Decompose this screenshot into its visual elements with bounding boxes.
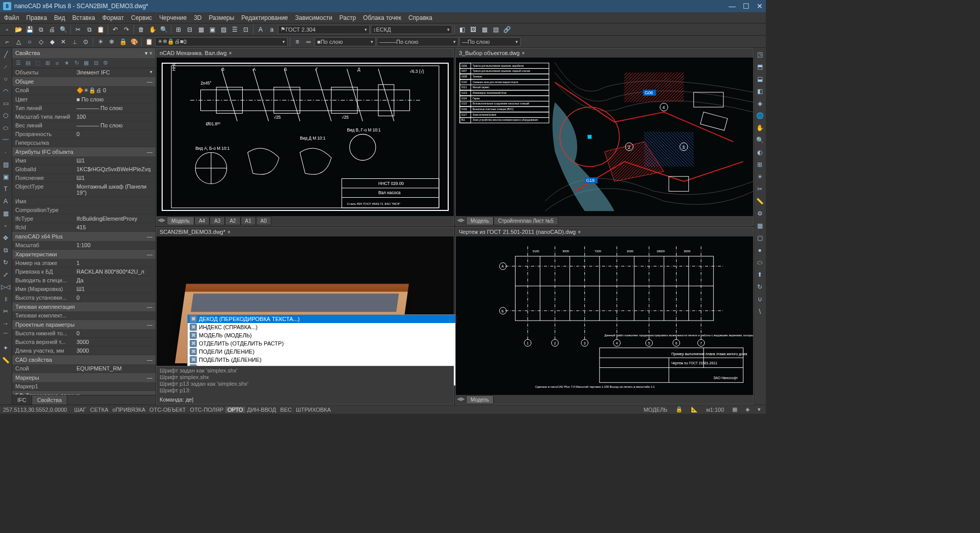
props-fav-icon[interactable]: ★ xyxy=(63,59,71,67)
erase-icon[interactable]: 🗑 xyxy=(136,24,146,35)
copy-icon[interactable]: ⧉ xyxy=(84,24,94,35)
copy2-icon[interactable]: ⧉ xyxy=(0,245,11,256)
menu-Растр[interactable]: Растр xyxy=(340,14,356,21)
viewport-tl-close-icon[interactable]: × xyxy=(229,50,232,56)
subtract-icon[interactable]: ∖ xyxy=(754,306,765,317)
color-combo[interactable]: ■ По слою▾ xyxy=(315,37,376,46)
props-row[interactable]: Типовая комплект... xyxy=(12,311,156,320)
autocomplete-item[interactable]: ⌘ДЕКОД (ПЕРЕКОДИРОВКА ТЕКСТА...) xyxy=(188,315,493,323)
offset-icon[interactable]: ⫴ xyxy=(0,294,11,305)
props-row[interactable]: ПояснениеШ1 xyxy=(12,174,156,182)
dim-icon[interactable]: ⊟ xyxy=(185,24,195,35)
trim-icon[interactable]: ✂ xyxy=(0,306,11,317)
paste-icon[interactable]: 📋 xyxy=(95,24,106,35)
snap-per-icon[interactable]: ⟂ xyxy=(69,37,80,47)
props-group-header[interactable]: БД: Технические данные— xyxy=(12,391,156,395)
wireframe-icon[interactable]: ⊞ xyxy=(754,159,765,170)
props-filter-icon[interactable]: ☰ xyxy=(14,59,22,67)
props-row[interactable]: Гиперссылка xyxy=(12,139,156,147)
view-top-icon[interactable]: ⬒ xyxy=(754,61,765,72)
text-icon[interactable]: A xyxy=(255,24,266,35)
props-tbl-icon[interactable]: ▦ xyxy=(82,59,90,67)
fillet-icon[interactable]: ⌒ xyxy=(0,330,11,341)
props-row[interactable]: Тип линий———— По слою xyxy=(12,104,156,113)
status-toggle-оПРИВЯЗКА[interactable]: оПРИВЯЗКА xyxy=(111,407,148,413)
dimstyle-combo[interactable]: ↕ ЕСКД▾ xyxy=(371,25,452,34)
view-iso-icon[interactable]: ◈ xyxy=(754,98,765,109)
measure-icon[interactable]: 📏 xyxy=(754,196,765,207)
linetype-combo[interactable]: ——— По слою▾ xyxy=(377,37,458,46)
layout-tab[interactable]: A1 xyxy=(241,217,256,225)
maximize-button[interactable]: ☐ xyxy=(743,2,750,10)
image-icon[interactable]: 🖼 xyxy=(468,24,478,35)
layer-combo[interactable]: ☀❄🔒🖨■ 0▾ xyxy=(155,37,288,46)
dist-icon[interactable]: 📏 xyxy=(0,355,11,366)
snap-mid-icon[interactable]: △ xyxy=(13,37,23,47)
props-row[interactable]: IfcId415 xyxy=(12,223,156,232)
field-icon[interactable]: ▤ xyxy=(491,24,501,35)
point-icon[interactable]: · xyxy=(0,147,11,158)
ellipse-icon[interactable]: ⬭ xyxy=(0,122,11,134)
menu-Зависимости[interactable]: Зависимости xyxy=(295,14,332,21)
props-group-header[interactable]: nanoCAD x64 Plus— xyxy=(12,232,156,241)
props-row[interactable]: Вес линий———— По слою xyxy=(12,121,156,130)
layout-tab[interactable]: Модель xyxy=(466,395,494,404)
zoom3d-icon[interactable]: 🔍 xyxy=(754,135,765,146)
props-list-icon[interactable]: ≡ xyxy=(53,59,61,67)
grid3d-icon[interactable]: ▦ xyxy=(754,220,765,231)
props-row[interactable]: IfcTypeIfcBuildingElementProxy xyxy=(12,215,156,223)
pline-icon[interactable]: ⟋ xyxy=(0,61,11,72)
preview-icon[interactable]: 🔍 xyxy=(58,24,68,35)
saveall-icon[interactable]: ⧉ xyxy=(36,24,46,35)
props-tab-properties[interactable]: Свойства xyxy=(32,395,67,405)
polygon-icon[interactable]: ⬡ xyxy=(0,110,11,121)
cut-icon[interactable]: ✂ xyxy=(73,24,83,35)
snap-end-icon[interactable]: ⌐ xyxy=(2,37,12,47)
block-icon[interactable]: ▣ xyxy=(207,24,217,35)
viewport-bl-close-icon[interactable]: × xyxy=(227,229,230,235)
lineweight-mgr-icon[interactable]: ═ xyxy=(303,37,314,47)
text2-icon[interactable]: T xyxy=(0,183,11,195)
props-tree-icon[interactable]: ⊟ xyxy=(92,59,100,67)
style-icon[interactable]: ⊞ xyxy=(173,24,184,35)
layout-tab[interactable]: Модель xyxy=(466,217,494,225)
props-row[interactable]: Привязка к БДRACKLAN 800*800*42U_л xyxy=(12,268,156,276)
nav-cube-icon[interactable]: ◳ xyxy=(754,49,765,60)
props-group-header[interactable]: Маркеры— xyxy=(12,373,156,382)
layer-lock-icon[interactable]: 🔒 xyxy=(118,37,128,47)
props-row[interactable]: Масштаб типа линий100 xyxy=(12,113,156,121)
props-row[interactable]: Прозрачность0 xyxy=(12,130,156,139)
props-group-header[interactable]: Общие— xyxy=(12,77,156,86)
layer-icon[interactable]: ☰ xyxy=(229,24,240,35)
props-row[interactable]: Имя (Маркировка)Ш1 xyxy=(12,285,156,294)
props-row[interactable]: ObjectTypeМонтажный шкаф (Панели 19") xyxy=(12,182,156,197)
props-row[interactable]: Масштаб1:100 xyxy=(12,241,156,250)
minimize-button[interactable]: — xyxy=(729,2,736,10)
autocomplete-item[interactable]: ⌘ОТДЕЛИТЬ (ОТДЕЛИТЬ РАСТР) xyxy=(188,339,493,348)
sphere-icon[interactable]: ● xyxy=(754,245,765,256)
props-row[interactable]: Длина участка, мм3000 xyxy=(12,347,156,355)
command-input[interactable]: Команда: де| xyxy=(157,395,454,404)
viewport-tr-close-icon[interactable]: × xyxy=(522,50,525,56)
autocomplete-item[interactable]: ⌘ПОДЕЛИ (ДЕЛЕНИЕ) xyxy=(188,348,493,356)
mirror-icon[interactable]: ▷◁ xyxy=(0,281,11,292)
new-icon[interactable]: ▫ xyxy=(2,24,12,35)
render-icon[interactable]: ☀ xyxy=(754,171,765,182)
viewport-br-close-icon[interactable]: × xyxy=(578,229,581,235)
menu-Правка[interactable]: Правка xyxy=(27,14,47,21)
layer-color-icon[interactable]: 🎨 xyxy=(129,37,139,47)
props-tab-ifc[interactable]: IFC xyxy=(12,395,32,405)
extrude-icon[interactable]: ⬆ xyxy=(754,269,765,280)
status-scale[interactable]: м1:100 xyxy=(704,407,726,413)
props-group-header[interactable]: Типовая комплектация— xyxy=(12,302,156,311)
link-icon[interactable]: 🔗 xyxy=(502,24,512,35)
cylinder-icon[interactable]: ⬭ xyxy=(754,257,765,268)
snap-int-icon[interactable]: ✕ xyxy=(58,37,68,47)
line-icon[interactable]: ╱ xyxy=(0,49,11,60)
layer-mgr-icon[interactable]: 📋 xyxy=(144,37,154,47)
union-icon[interactable]: ∪ xyxy=(754,294,765,305)
rotate-icon[interactable]: ↻ xyxy=(0,257,11,268)
props-row[interactable]: Высота верхней т...3000 xyxy=(12,338,156,347)
menu-Формат[interactable]: Формат xyxy=(102,14,124,21)
viewcfg-icon[interactable]: ⚙ xyxy=(754,208,765,219)
